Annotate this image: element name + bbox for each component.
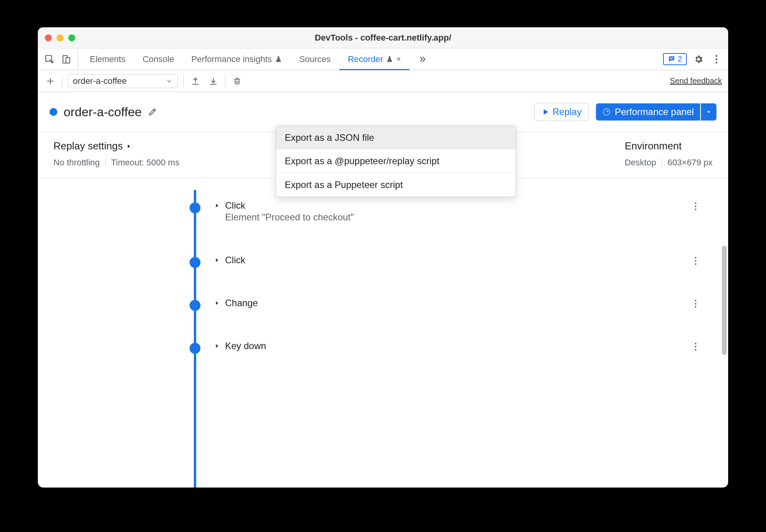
replay-button[interactable]: Replay <box>534 103 589 121</box>
recording-title: order-a-coffee <box>64 105 142 119</box>
panel-tabbar: Elements Console Performance insights So… <box>38 48 728 70</box>
recording-selector-label: order-a-coffee <box>73 76 127 86</box>
tab-label: Performance insights <box>191 54 272 64</box>
separator <box>183 75 184 87</box>
tab-label: Sources <box>299 54 331 64</box>
import-button[interactable] <box>207 75 220 87</box>
tab-label: Recorder <box>348 54 383 64</box>
throttling-value: No throttling <box>53 158 100 168</box>
traffic-lights <box>45 34 75 41</box>
more-tabs-button[interactable] <box>410 48 435 70</box>
tab-console[interactable]: Console <box>134 48 183 70</box>
export-puppeteer-replay-item[interactable]: Export as a @puppeteer/replay script <box>276 149 516 173</box>
kebab-menu-icon[interactable] <box>710 53 723 66</box>
export-json-item[interactable]: Export as a JSON file <box>276 126 516 149</box>
performance-panel-label: Performance panel <box>615 106 694 117</box>
environment-heading: Environment <box>625 140 713 152</box>
environment-settings: Environment Desktop 603×679 px <box>625 140 713 168</box>
performance-panel-split-button: Performance panel <box>596 103 716 121</box>
separator <box>62 75 62 87</box>
recording-indicator-icon <box>50 108 57 116</box>
issues-count: 2 <box>678 55 682 64</box>
header-buttons: Replay Performance panel <box>534 103 717 121</box>
plus-icon <box>46 76 55 86</box>
replay-settings-values: No throttling Timeout: 5000 ms <box>53 158 179 168</box>
tab-sources[interactable]: Sources <box>291 48 339 70</box>
svg-point-7 <box>716 62 718 64</box>
upload-icon <box>191 76 200 86</box>
step-title: Key down <box>225 340 266 351</box>
replay-label: Replay <box>553 106 582 117</box>
step-subtitle: Element "Proceed to checkout" <box>225 212 354 223</box>
step-menu-button[interactable] <box>694 202 697 211</box>
issues-chip[interactable]: 2 <box>663 53 687 65</box>
export-puppeteer-item[interactable]: Export as a Puppeteer script <box>276 173 516 197</box>
chat-icon <box>668 55 676 63</box>
new-recording-button[interactable] <box>44 75 57 87</box>
gauge-icon <box>602 108 611 116</box>
edit-title-button[interactable] <box>148 107 157 117</box>
step-row[interactable]: Click <box>53 245 713 276</box>
step-row[interactable]: Change <box>53 287 713 319</box>
tab-recorder[interactable]: Recorder × <box>339 48 410 70</box>
steps-area: Click Element "Proceed to checkout" Clic… <box>38 178 728 488</box>
close-icon[interactable]: × <box>396 55 401 64</box>
step-title: Click <box>225 255 245 266</box>
replay-settings-label: Replay settings <box>53 140 123 152</box>
scrollbar[interactable] <box>722 246 727 410</box>
svg-rect-3 <box>670 57 673 58</box>
settings-gear-icon[interactable] <box>692 53 705 66</box>
svg-point-5 <box>716 55 718 57</box>
expand-caret-icon[interactable] <box>214 343 220 349</box>
performance-panel-dropdown[interactable] <box>701 103 716 121</box>
send-feedback-link[interactable]: Send feedback <box>670 76 722 85</box>
recorder-toolbar: order-a-coffee Send feedback <box>38 70 728 92</box>
device-value: Desktop <box>625 158 656 168</box>
play-icon <box>542 108 550 116</box>
performance-panel-button[interactable]: Performance panel <box>596 103 700 121</box>
expand-caret-icon[interactable] <box>214 300 220 306</box>
window-minimize-button[interactable] <box>57 34 64 41</box>
tab-elements[interactable]: Elements <box>81 48 134 70</box>
replay-settings-heading[interactable]: Replay settings <box>53 140 179 152</box>
step-menu-button[interactable] <box>694 342 697 351</box>
window-title: DevTools - coffee-cart.netlify.app/ <box>38 33 728 43</box>
device-toolbar-icon[interactable] <box>60 53 72 66</box>
step-menu-button[interactable] <box>694 256 697 266</box>
kebab-icon <box>694 299 697 309</box>
export-button[interactable] <box>189 75 202 87</box>
recording-selector[interactable]: order-a-coffee <box>68 74 178 88</box>
svg-point-10 <box>695 206 697 207</box>
environment-values: Desktop 603×679 px <box>625 158 713 168</box>
tabbar-right-tools: 2 <box>663 48 723 70</box>
pencil-icon <box>148 107 157 117</box>
timeout-value: Timeout: 5000 ms <box>111 158 179 168</box>
svg-point-15 <box>695 300 697 301</box>
separator <box>225 75 225 87</box>
svg-point-6 <box>716 58 718 60</box>
expand-caret-icon[interactable] <box>214 202 220 209</box>
export-dropdown: Export as a JSON file Export as a @puppe… <box>276 126 516 197</box>
caret-right-icon <box>126 143 131 149</box>
window-close-button[interactable] <box>45 34 52 41</box>
window-maximize-button[interactable] <box>68 34 75 41</box>
tab-performance-insights[interactable]: Performance insights <box>183 48 291 70</box>
delete-button[interactable] <box>231 75 243 87</box>
tab-label: Elements <box>90 54 126 64</box>
svg-point-16 <box>695 303 697 305</box>
tabbar-left-tools <box>43 48 78 70</box>
kebab-icon <box>694 256 697 266</box>
expand-caret-icon[interactable] <box>214 257 220 263</box>
step-row[interactable]: Key down <box>53 330 713 362</box>
svg-rect-2 <box>66 57 70 63</box>
svg-point-19 <box>695 346 697 348</box>
svg-point-11 <box>695 209 697 210</box>
svg-point-17 <box>695 306 697 308</box>
separator <box>105 158 106 167</box>
step-menu-button[interactable] <box>694 299 697 309</box>
scrollbar-thumb[interactable] <box>722 246 727 355</box>
devtools-window: DevTools - coffee-cart.netlify.app/ Elem… <box>38 27 728 488</box>
inspect-element-icon[interactable] <box>43 53 56 66</box>
chevrons-right-icon <box>418 55 427 64</box>
timeline-dot-icon <box>190 300 200 311</box>
